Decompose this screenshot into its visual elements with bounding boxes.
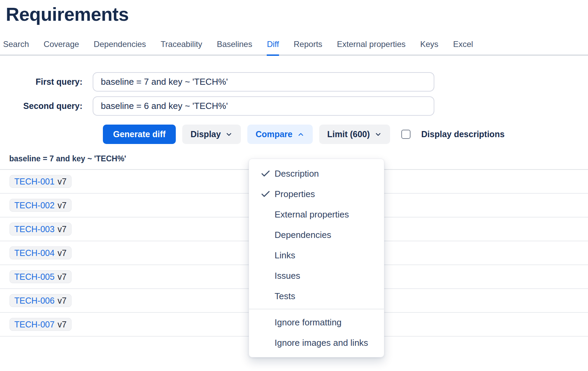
requirements-page: Requirements Search Coverage Dependencie… (0, 2, 588, 371)
actions-row: Generate diff Display Compare Limit (600… (103, 125, 588, 144)
first-query-label: First query: (0, 77, 93, 87)
tab-diff[interactable]: Diff (267, 39, 279, 56)
chevron-down-icon (374, 131, 382, 138)
requirement-badge: TECH-006 v7 (10, 294, 72, 307)
tab-bar: Search Coverage Dependencies Traceabilit… (0, 39, 588, 56)
menu-item-tests[interactable]: Tests (249, 286, 384, 306)
second-query-label: Second query: (0, 101, 93, 111)
requirement-badge: TECH-004 v7 (10, 246, 72, 259)
requirement-version: v7 (58, 176, 66, 187)
check-icon (260, 168, 271, 179)
limit-dropdown-button[interactable]: Limit (600) (319, 125, 390, 144)
menu-item-external-properties[interactable]: External properties (249, 204, 384, 225)
requirement-key-link[interactable]: TECH-003 (14, 224, 55, 235)
requirement-badge: TECH-003 v7 (10, 223, 72, 236)
requirement-version: v7 (58, 271, 66, 282)
requirement-badge: TECH-007 v7 (10, 318, 72, 331)
compare-dropdown-menu: Description Properties External properti… (249, 159, 384, 357)
tab-baselines[interactable]: Baselines (217, 39, 252, 54)
page-title: Requirements (6, 2, 588, 27)
requirement-key-link[interactable]: TECH-005 (14, 271, 55, 282)
menu-item-ignore-formatting[interactable]: Ignore formatting (249, 312, 384, 333)
menu-item-issues[interactable]: Issues (249, 265, 384, 286)
requirement-version: v7 (58, 200, 66, 211)
requirement-version: v7 (58, 247, 66, 258)
display-dropdown-button[interactable]: Display (182, 125, 241, 144)
menu-item-properties[interactable]: Properties (249, 184, 384, 204)
menu-item-dependencies[interactable]: Dependencies (249, 225, 384, 245)
display-descriptions-label: Display descriptions (421, 129, 505, 139)
requirement-key-link[interactable]: TECH-001 (14, 176, 55, 187)
requirement-key-link[interactable]: TECH-007 (14, 319, 55, 330)
tab-dependencies[interactable]: Dependencies (94, 39, 146, 54)
requirement-key-link[interactable]: TECH-004 (14, 247, 55, 258)
diff-query-form: First query: Second query: (0, 72, 588, 116)
menu-item-ignore-images-and-links[interactable]: Ignore images and links (249, 333, 384, 353)
menu-separator (249, 309, 384, 309)
display-descriptions-checkbox[interactable] (401, 130, 411, 139)
tab-keys[interactable]: Keys (420, 39, 438, 54)
tab-external-properties[interactable]: External properties (337, 39, 405, 54)
tab-traceability[interactable]: Traceability (161, 39, 202, 54)
requirement-badge: TECH-001 v7 (10, 175, 72, 188)
tab-excel[interactable]: Excel (453, 39, 473, 54)
tab-reports[interactable]: Reports (294, 39, 322, 54)
tab-search[interactable]: Search (3, 39, 29, 54)
second-query-input[interactable] (93, 96, 434, 116)
requirement-version: v7 (58, 295, 66, 306)
check-icon (260, 189, 271, 199)
tab-coverage[interactable]: Coverage (44, 39, 79, 54)
requirement-version: v7 (58, 224, 66, 235)
first-query-input[interactable] (93, 72, 434, 92)
chevron-up-icon (297, 131, 305, 138)
requirement-version: v7 (58, 319, 66, 330)
compare-dropdown-button[interactable]: Compare (247, 125, 312, 144)
requirement-badge: TECH-002 v7 (10, 199, 72, 212)
menu-item-description[interactable]: Description (249, 163, 384, 184)
requirement-badge: TECH-005 v7 (10, 270, 72, 283)
chevron-down-icon (225, 131, 233, 138)
generate-diff-button[interactable]: Generate diff (103, 125, 176, 144)
requirement-key-link[interactable]: TECH-006 (14, 295, 55, 306)
menu-item-links[interactable]: Links (249, 245, 384, 265)
requirement-key-link[interactable]: TECH-002 (14, 200, 55, 211)
